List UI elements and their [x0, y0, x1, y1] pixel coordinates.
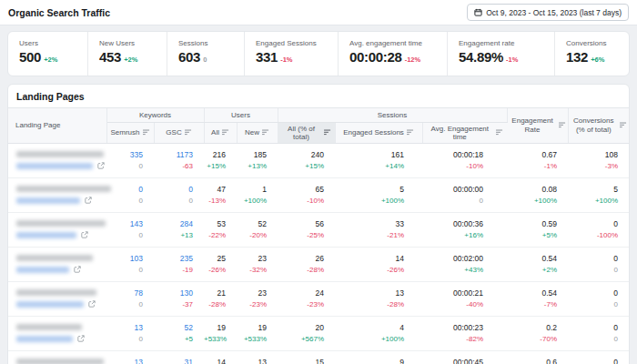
kpi-item: New Users 453 +2%: [87, 32, 167, 76]
avg-engagement-time-cell: 00:00:23 -82%: [422, 316, 507, 350]
landing-page-cell[interactable]: [8, 316, 106, 350]
kpi-value: 00:00:28: [349, 49, 402, 65]
landing-page-cell[interactable]: [8, 247, 106, 281]
col-header-sessions-all-pct[interactable]: All (% of total): [278, 122, 335, 143]
engagement-rate-cell: 0.6 -12%: [507, 350, 568, 364]
landing-page-cell[interactable]: [8, 281, 106, 316]
landing-page-title-redacted: [16, 220, 106, 227]
kpi-delta: 0: [203, 56, 207, 64]
semrush-keywords-cell[interactable]: 335 0: [106, 143, 154, 177]
sessions-all-pct-cell: 240 +15%: [278, 143, 335, 177]
avg-engagement-time-cell: 00:00:45 +29%: [422, 350, 507, 364]
landing-page-url-redacted: [16, 267, 69, 273]
conversions-cell: 0 0: [568, 281, 629, 316]
landing-page-url-redacted: [16, 336, 73, 342]
landing-page-url-redacted: [16, 301, 84, 308]
table-header: Landing Page Keywords Users Sessions Eng…: [8, 108, 629, 143]
kpi-item: Conversions 132 +6%: [554, 32, 629, 76]
conversions-cell: 0 0: [568, 350, 629, 364]
kpi-delta: -1%: [506, 56, 518, 64]
landing-page-title-redacted: [16, 359, 104, 364]
col-header-engagement-rate[interactable]: Engagement Rate: [507, 108, 568, 143]
landing-page-title-redacted: [16, 151, 104, 157]
engagement-rate-cell: 0.67 -1%: [507, 143, 568, 177]
kpi-item: Avg. engagement time 00:00:28 -12%: [338, 32, 447, 76]
table-row[interactable]: 0 0 0 0 47 -13% 1 +100% 65 -10% 5 +100% …: [8, 177, 629, 212]
sort-icon: [185, 129, 192, 136]
external-link-icon[interactable]: [81, 231, 88, 238]
date-range-button[interactable]: Oct 9, 2023 - Oct 15, 2023 (last 7 days): [467, 4, 629, 21]
sessions-all-pct-cell: 56 -25%: [278, 212, 335, 247]
col-header-avg-engagement-time[interactable]: Avg. Engagement time: [422, 122, 507, 143]
kpi-label: Engaged Sessions: [256, 39, 338, 47]
conversions-cell: 0 0: [568, 316, 629, 350]
landing-page-cell[interactable]: [8, 143, 106, 177]
col-header-gsc[interactable]: GSC: [154, 122, 204, 143]
semrush-keywords-cell[interactable]: 143 0: [106, 212, 154, 247]
external-link-icon[interactable]: [77, 335, 85, 342]
gsc-keywords-cell[interactable]: 284 +13: [154, 212, 204, 247]
landing-page-title-redacted: [16, 289, 96, 296]
kpi-item: Sessions 603 0: [167, 32, 244, 76]
semrush-keywords-cell[interactable]: 78 0: [106, 281, 154, 316]
landing-page-cell[interactable]: [8, 177, 106, 212]
table-row[interactable]: 335 0 1173 -63 216 +15% 185 +13% 240 +15…: [8, 143, 629, 177]
conversions-cell: 0 0: [568, 247, 629, 281]
table-row[interactable]: 103 0 235 -19 25 -26% 23 -32% 26 -28% 14…: [8, 247, 629, 281]
external-link-icon[interactable]: [88, 300, 96, 308]
semrush-keywords-cell[interactable]: 13 0: [106, 316, 154, 350]
kpi-item: Engagement rate 54.89% -1%: [447, 32, 554, 76]
engagement-rate-cell: 0.08 +100%: [507, 177, 568, 212]
external-link-icon[interactable]: [97, 162, 105, 169]
calendar-icon: [474, 8, 482, 16]
conversions-cell: 5 +100%: [568, 177, 629, 212]
gsc-keywords-cell[interactable]: 52 +5: [154, 316, 204, 350]
sort-icon: [620, 122, 627, 128]
gsc-keywords-cell[interactable]: 0 0: [154, 177, 204, 212]
users-all-cell: 47 -13%: [204, 177, 237, 212]
landing-page-cell[interactable]: [8, 350, 106, 364]
col-header-users-new[interactable]: New: [237, 122, 278, 143]
landing-page-cell[interactable]: [8, 212, 106, 247]
gsc-keywords-cell[interactable]: 130 -37: [154, 281, 204, 316]
semrush-keywords-cell[interactable]: 0 0: [106, 177, 154, 212]
kpi-label: Users: [19, 39, 87, 47]
sessions-all-pct-cell: 20 +567%: [278, 316, 335, 350]
table-row[interactable]: 13 0 52 +5 19 +533% 19 +533% 20 +567% 4 …: [8, 316, 629, 350]
date-range-label: Oct 9, 2023 - Oct 15, 2023 (last 7 days): [486, 8, 622, 17]
gsc-keywords-cell[interactable]: 235 -19: [154, 247, 204, 281]
table-row[interactable]: 143 0 284 +13 53 -22% 52 -20% 56 -25% 33…: [8, 212, 629, 247]
kpi-label: Sessions: [178, 39, 244, 47]
col-header-conversions[interactable]: Conversions (% of total): [568, 108, 629, 143]
col-header-users-all[interactable]: All: [204, 122, 237, 143]
gsc-keywords-cell[interactable]: 31 -5: [154, 350, 204, 364]
col-group-sessions: Sessions: [278, 108, 507, 122]
gsc-keywords-cell[interactable]: 1173 -63: [154, 143, 204, 177]
landing-page-url-redacted: [16, 163, 93, 169]
table-body: 335 0 1173 -63 216 +15% 185 +13% 240 +15…: [8, 143, 629, 364]
external-link-icon[interactable]: [74, 266, 81, 273]
engagement-rate-cell: 0.2 -70%: [507, 316, 568, 350]
avg-engagement-time-cell: 00:02:00 +43%: [422, 247, 507, 281]
avg-engagement-time-cell: 00:00:00 0: [422, 177, 507, 212]
kpi-delta: +2%: [44, 56, 57, 64]
semrush-keywords-cell[interactable]: 13 0: [106, 350, 154, 364]
users-new-cell: 52 -20%: [237, 212, 278, 247]
users-new-cell: 1 +100%: [237, 177, 278, 212]
kpi-delta: -1%: [280, 56, 292, 64]
sessions-all-pct-cell: 24 -23%: [278, 281, 335, 316]
external-link-icon[interactable]: [85, 197, 92, 204]
engaged-sessions-cell: 33 -21%: [335, 212, 422, 247]
table-row[interactable]: 13 0 31 -5 14 -26% 13 -28% 15 -21% 9 -31…: [8, 350, 629, 364]
sort-icon: [324, 129, 331, 136]
col-header-semrush[interactable]: Semrush: [106, 122, 154, 143]
sort-icon: [222, 129, 229, 136]
users-all-cell: 19 +533%: [204, 316, 237, 350]
col-header-engaged-sessions[interactable]: Engaged Sessions: [335, 122, 422, 143]
engaged-sessions-cell: 161 +14%: [335, 143, 422, 177]
table-row[interactable]: 78 0 130 -37 21 -28% 23 -23% 24 -23% 13 …: [8, 281, 629, 316]
semrush-keywords-cell[interactable]: 103 0: [106, 247, 154, 281]
landing-pages-title: Landing Pages: [8, 85, 629, 108]
landing-page-url-redacted: [16, 232, 76, 238]
kpi-value: 132: [566, 49, 588, 65]
